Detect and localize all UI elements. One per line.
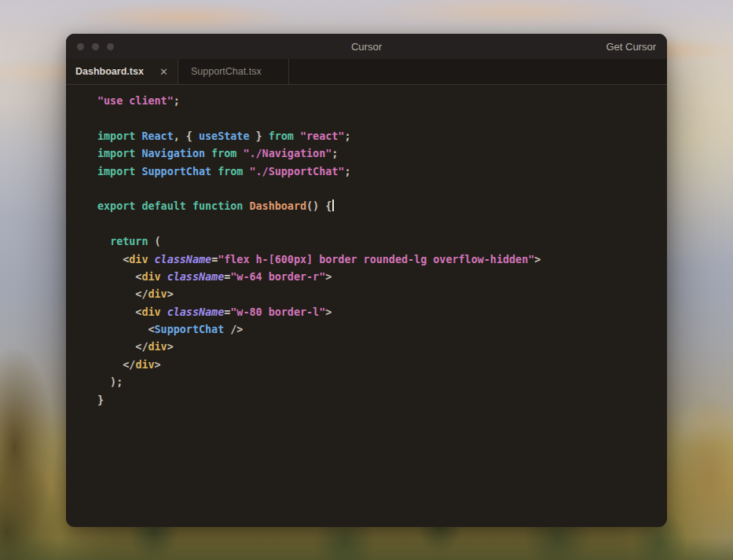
code-token: from bbox=[269, 130, 300, 142]
tab-dashboard[interactable]: Dashboard.tsx ✕ bbox=[66, 59, 178, 84]
code-line bbox=[97, 110, 667, 127]
code-token: ; bbox=[344, 130, 350, 142]
code-token: > bbox=[155, 359, 161, 371]
window-title: Cursor bbox=[66, 41, 667, 53]
window-minimize-button[interactable] bbox=[92, 43, 99, 50]
code-token: Dashboard bbox=[249, 200, 306, 212]
code-token bbox=[161, 271, 167, 283]
code-token: , { bbox=[174, 130, 199, 142]
code-line bbox=[97, 216, 667, 233]
code-token: className bbox=[167, 271, 225, 283]
code-token: useState bbox=[199, 130, 250, 142]
code-token: "./SupportChat" bbox=[250, 166, 345, 178]
code-token: </ bbox=[97, 359, 135, 371]
code-token: "use client" bbox=[97, 95, 174, 107]
code-token: div bbox=[148, 288, 167, 300]
get-cursor-link[interactable]: Get Cursor bbox=[606, 41, 656, 53]
code-token: > bbox=[534, 254, 541, 265]
code-token: div bbox=[141, 271, 160, 283]
code-token: div bbox=[135, 359, 154, 371]
code-token: Navigation bbox=[141, 148, 205, 159]
code-token: = bbox=[211, 254, 218, 265]
code-token: > bbox=[167, 341, 174, 353]
code-token bbox=[161, 306, 167, 318]
tab-supportchat-label: SupportChat.tsx bbox=[191, 66, 262, 77]
close-icon[interactable]: ✕ bbox=[159, 67, 168, 77]
code-token: "react" bbox=[300, 130, 344, 142]
code-token: React bbox=[141, 130, 173, 142]
code-token: div bbox=[148, 341, 167, 353]
code-token: () { bbox=[306, 200, 332, 212]
code-token: < bbox=[97, 324, 155, 335]
code-token: } bbox=[97, 394, 104, 406]
code-token: "./Navigation" bbox=[243, 148, 332, 159]
code-token: SupportChat bbox=[155, 324, 225, 335]
code-line: "use client"; bbox=[97, 93, 667, 110]
code-token: from bbox=[205, 148, 243, 159]
code-token: < bbox=[97, 271, 141, 283]
window-close-button[interactable] bbox=[77, 43, 84, 50]
code-token: export default function bbox=[97, 200, 249, 212]
code-token: } bbox=[250, 130, 269, 142]
code-token: ; bbox=[332, 148, 338, 159]
tab-bar: Dashboard.tsx ✕ SupportChat.tsx bbox=[66, 59, 667, 85]
code-token: ; bbox=[174, 95, 180, 107]
code-token bbox=[97, 236, 110, 247]
code-line: <div className="w-64 border-r"> bbox=[97, 269, 667, 286]
code-token: "flex h-[600px] border rounded-lg overfl… bbox=[218, 254, 534, 265]
code-line: ); bbox=[97, 374, 667, 391]
code-line: import React, { useState } from "react"; bbox=[97, 128, 667, 145]
code-token: /> bbox=[224, 324, 243, 335]
code-line: export default function Dashboard() { bbox=[97, 198, 667, 215]
code-editor[interactable]: "use client"; import React, { useState }… bbox=[66, 85, 667, 527]
code-token: </ bbox=[97, 341, 148, 353]
code-token: < bbox=[97, 306, 141, 318]
code-line: </div> bbox=[97, 357, 667, 374]
cursor-window: Cursor Get Cursor Dashboard.tsx ✕ Suppor… bbox=[66, 34, 667, 527]
code-token: "w-64 border-r" bbox=[230, 271, 325, 283]
tab-bar-empty-space bbox=[289, 59, 667, 84]
code-token: return bbox=[110, 236, 148, 247]
code-token bbox=[148, 254, 155, 265]
code-line: } bbox=[97, 392, 667, 409]
titlebar-drag-region[interactable]: Cursor Get Cursor bbox=[66, 34, 667, 59]
code-line: </div> bbox=[97, 339, 667, 356]
code-line bbox=[97, 181, 667, 198]
code-token: import bbox=[97, 130, 141, 142]
code-token: </ bbox=[97, 288, 148, 300]
code-token: "w-80 border-l" bbox=[230, 306, 325, 318]
code-line: return ( bbox=[97, 233, 667, 251]
window-controls bbox=[77, 43, 114, 50]
code-token: > bbox=[167, 288, 174, 300]
code-line: <div className="flex h-[600px] border ro… bbox=[97, 251, 667, 269]
code-token: div bbox=[141, 306, 160, 318]
text-cursor bbox=[332, 199, 334, 211]
code-token: import bbox=[97, 166, 141, 178]
code-line: <SupportChat /> bbox=[97, 321, 667, 339]
code-token: SupportChat bbox=[141, 166, 211, 178]
code-token: > bbox=[325, 271, 332, 283]
tab-dashboard-label: Dashboard.tsx bbox=[75, 66, 144, 77]
code-token: ; bbox=[344, 166, 350, 178]
code-block: "use client"; import React, { useState }… bbox=[97, 93, 667, 409]
code-line: import Navigation from "./Navigation"; bbox=[97, 145, 667, 163]
code-token: from bbox=[211, 166, 249, 178]
code-line: </div> bbox=[97, 286, 667, 303]
code-token: > bbox=[325, 306, 332, 318]
code-token: import bbox=[97, 148, 141, 159]
code-token: ( bbox=[148, 236, 161, 247]
code-token: < bbox=[97, 254, 129, 265]
code-token: className bbox=[167, 306, 225, 318]
code-token: ); bbox=[97, 376, 123, 388]
code-line: <div className="w-80 border-l"> bbox=[97, 304, 667, 321]
code-line: import SupportChat from "./SupportChat"; bbox=[97, 163, 667, 181]
tab-supportchat[interactable]: SupportChat.tsx bbox=[178, 59, 289, 84]
code-token: div bbox=[129, 254, 148, 265]
code-token: className bbox=[155, 254, 212, 265]
window-zoom-button[interactable] bbox=[107, 43, 114, 50]
